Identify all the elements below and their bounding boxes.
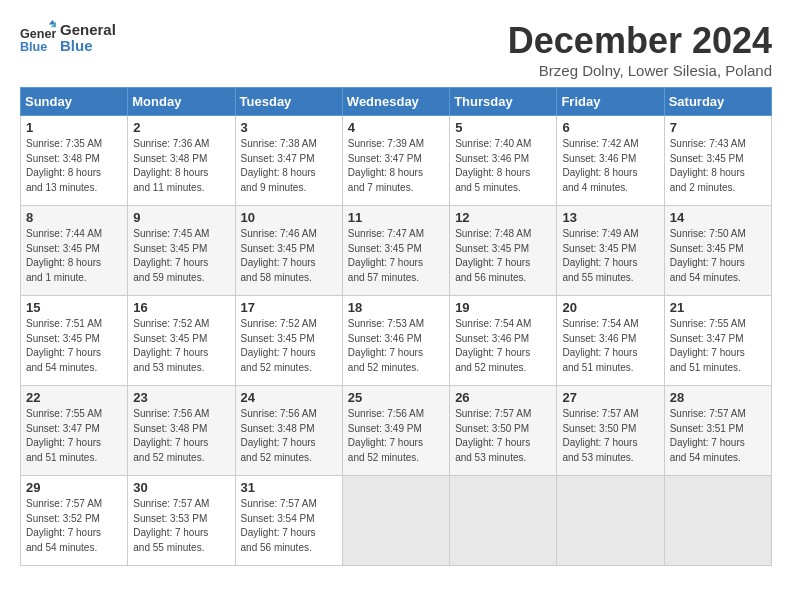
day-info: Sunrise: 7:38 AM Sunset: 3:47 PM Dayligh… (241, 137, 337, 195)
day-number: 13 (562, 210, 658, 225)
day-info: Sunrise: 7:43 AM Sunset: 3:45 PM Dayligh… (670, 137, 766, 195)
weekday-header-tuesday: Tuesday (235, 88, 342, 116)
day-info: Sunrise: 7:57 AM Sunset: 3:54 PM Dayligh… (241, 497, 337, 555)
day-info: Sunrise: 7:46 AM Sunset: 3:45 PM Dayligh… (241, 227, 337, 285)
weekday-header-monday: Monday (128, 88, 235, 116)
day-number: 22 (26, 390, 122, 405)
calendar-cell: 14Sunrise: 7:50 AM Sunset: 3:45 PM Dayli… (664, 206, 771, 296)
calendar-cell (557, 476, 664, 566)
header: General Blue General Blue December 2024 … (20, 20, 772, 79)
day-info: Sunrise: 7:50 AM Sunset: 3:45 PM Dayligh… (670, 227, 766, 285)
day-info: Sunrise: 7:57 AM Sunset: 3:50 PM Dayligh… (562, 407, 658, 465)
day-number: 19 (455, 300, 551, 315)
calendar-cell: 18Sunrise: 7:53 AM Sunset: 3:46 PM Dayli… (342, 296, 449, 386)
day-info: Sunrise: 7:49 AM Sunset: 3:45 PM Dayligh… (562, 227, 658, 285)
weekday-header-wednesday: Wednesday (342, 88, 449, 116)
day-number: 7 (670, 120, 766, 135)
calendar-body: 1Sunrise: 7:35 AM Sunset: 3:48 PM Daylig… (21, 116, 772, 566)
calendar-cell: 25Sunrise: 7:56 AM Sunset: 3:49 PM Dayli… (342, 386, 449, 476)
day-info: Sunrise: 7:36 AM Sunset: 3:48 PM Dayligh… (133, 137, 229, 195)
month-title: December 2024 (508, 20, 772, 62)
day-info: Sunrise: 7:57 AM Sunset: 3:50 PM Dayligh… (455, 407, 551, 465)
calendar-week-5: 29Sunrise: 7:57 AM Sunset: 3:52 PM Dayli… (21, 476, 772, 566)
day-number: 25 (348, 390, 444, 405)
calendar-cell: 27Sunrise: 7:57 AM Sunset: 3:50 PM Dayli… (557, 386, 664, 476)
day-info: Sunrise: 7:55 AM Sunset: 3:47 PM Dayligh… (670, 317, 766, 375)
calendar-cell: 4Sunrise: 7:39 AM Sunset: 3:47 PM Daylig… (342, 116, 449, 206)
calendar-cell: 29Sunrise: 7:57 AM Sunset: 3:52 PM Dayli… (21, 476, 128, 566)
calendar-cell: 12Sunrise: 7:48 AM Sunset: 3:45 PM Dayli… (450, 206, 557, 296)
calendar-cell: 10Sunrise: 7:46 AM Sunset: 3:45 PM Dayli… (235, 206, 342, 296)
day-info: Sunrise: 7:57 AM Sunset: 3:53 PM Dayligh… (133, 497, 229, 555)
day-number: 21 (670, 300, 766, 315)
day-info: Sunrise: 7:42 AM Sunset: 3:46 PM Dayligh… (562, 137, 658, 195)
day-info: Sunrise: 7:35 AM Sunset: 3:48 PM Dayligh… (26, 137, 122, 195)
day-info: Sunrise: 7:53 AM Sunset: 3:46 PM Dayligh… (348, 317, 444, 375)
calendar-week-2: 8Sunrise: 7:44 AM Sunset: 3:45 PM Daylig… (21, 206, 772, 296)
calendar-cell: 20Sunrise: 7:54 AM Sunset: 3:46 PM Dayli… (557, 296, 664, 386)
calendar-cell: 23Sunrise: 7:56 AM Sunset: 3:48 PM Dayli… (128, 386, 235, 476)
location-title: Brzeg Dolny, Lower Silesia, Poland (508, 62, 772, 79)
day-number: 12 (455, 210, 551, 225)
day-number: 1 (26, 120, 122, 135)
day-number: 20 (562, 300, 658, 315)
svg-text:Blue: Blue (20, 40, 47, 54)
calendar-cell: 15Sunrise: 7:51 AM Sunset: 3:45 PM Dayli… (21, 296, 128, 386)
day-info: Sunrise: 7:54 AM Sunset: 3:46 PM Dayligh… (562, 317, 658, 375)
calendar-cell: 9Sunrise: 7:45 AM Sunset: 3:45 PM Daylig… (128, 206, 235, 296)
day-number: 28 (670, 390, 766, 405)
day-info: Sunrise: 7:55 AM Sunset: 3:47 PM Dayligh… (26, 407, 122, 465)
calendar-cell: 31Sunrise: 7:57 AM Sunset: 3:54 PM Dayli… (235, 476, 342, 566)
day-info: Sunrise: 7:45 AM Sunset: 3:45 PM Dayligh… (133, 227, 229, 285)
day-info: Sunrise: 7:47 AM Sunset: 3:45 PM Dayligh… (348, 227, 444, 285)
title-area: December 2024 Brzeg Dolny, Lower Silesia… (508, 20, 772, 79)
weekday-header-sunday: Sunday (21, 88, 128, 116)
calendar-cell: 21Sunrise: 7:55 AM Sunset: 3:47 PM Dayli… (664, 296, 771, 386)
calendar-cell: 28Sunrise: 7:57 AM Sunset: 3:51 PM Dayli… (664, 386, 771, 476)
calendar-cell: 7Sunrise: 7:43 AM Sunset: 3:45 PM Daylig… (664, 116, 771, 206)
day-info: Sunrise: 7:39 AM Sunset: 3:47 PM Dayligh… (348, 137, 444, 195)
calendar-cell: 24Sunrise: 7:56 AM Sunset: 3:48 PM Dayli… (235, 386, 342, 476)
logo-icon: General Blue (20, 20, 56, 56)
day-number: 4 (348, 120, 444, 135)
day-number: 29 (26, 480, 122, 495)
weekday-header-friday: Friday (557, 88, 664, 116)
calendar-cell: 16Sunrise: 7:52 AM Sunset: 3:45 PM Dayli… (128, 296, 235, 386)
day-number: 17 (241, 300, 337, 315)
day-info: Sunrise: 7:54 AM Sunset: 3:46 PM Dayligh… (455, 317, 551, 375)
calendar-cell: 19Sunrise: 7:54 AM Sunset: 3:46 PM Dayli… (450, 296, 557, 386)
calendar-cell (450, 476, 557, 566)
day-number: 5 (455, 120, 551, 135)
calendar-cell: 30Sunrise: 7:57 AM Sunset: 3:53 PM Dayli… (128, 476, 235, 566)
day-number: 8 (26, 210, 122, 225)
day-info: Sunrise: 7:51 AM Sunset: 3:45 PM Dayligh… (26, 317, 122, 375)
day-info: Sunrise: 7:56 AM Sunset: 3:49 PM Dayligh… (348, 407, 444, 465)
logo: General Blue General Blue (20, 20, 116, 56)
day-number: 24 (241, 390, 337, 405)
day-info: Sunrise: 7:52 AM Sunset: 3:45 PM Dayligh… (241, 317, 337, 375)
day-info: Sunrise: 7:52 AM Sunset: 3:45 PM Dayligh… (133, 317, 229, 375)
logo-general: General (60, 22, 116, 39)
calendar-week-4: 22Sunrise: 7:55 AM Sunset: 3:47 PM Dayli… (21, 386, 772, 476)
logo-blue: Blue (60, 38, 116, 55)
calendar-cell: 8Sunrise: 7:44 AM Sunset: 3:45 PM Daylig… (21, 206, 128, 296)
calendar-cell: 2Sunrise: 7:36 AM Sunset: 3:48 PM Daylig… (128, 116, 235, 206)
day-info: Sunrise: 7:44 AM Sunset: 3:45 PM Dayligh… (26, 227, 122, 285)
weekday-header: SundayMondayTuesdayWednesdayThursdayFrid… (21, 88, 772, 116)
day-number: 30 (133, 480, 229, 495)
day-number: 27 (562, 390, 658, 405)
day-number: 11 (348, 210, 444, 225)
calendar-cell: 5Sunrise: 7:40 AM Sunset: 3:46 PM Daylig… (450, 116, 557, 206)
day-number: 18 (348, 300, 444, 315)
day-number: 26 (455, 390, 551, 405)
day-number: 6 (562, 120, 658, 135)
day-number: 23 (133, 390, 229, 405)
calendar-cell: 6Sunrise: 7:42 AM Sunset: 3:46 PM Daylig… (557, 116, 664, 206)
day-number: 2 (133, 120, 229, 135)
day-info: Sunrise: 7:56 AM Sunset: 3:48 PM Dayligh… (133, 407, 229, 465)
day-info: Sunrise: 7:40 AM Sunset: 3:46 PM Dayligh… (455, 137, 551, 195)
weekday-header-thursday: Thursday (450, 88, 557, 116)
day-number: 9 (133, 210, 229, 225)
day-number: 3 (241, 120, 337, 135)
calendar-cell: 26Sunrise: 7:57 AM Sunset: 3:50 PM Dayli… (450, 386, 557, 476)
